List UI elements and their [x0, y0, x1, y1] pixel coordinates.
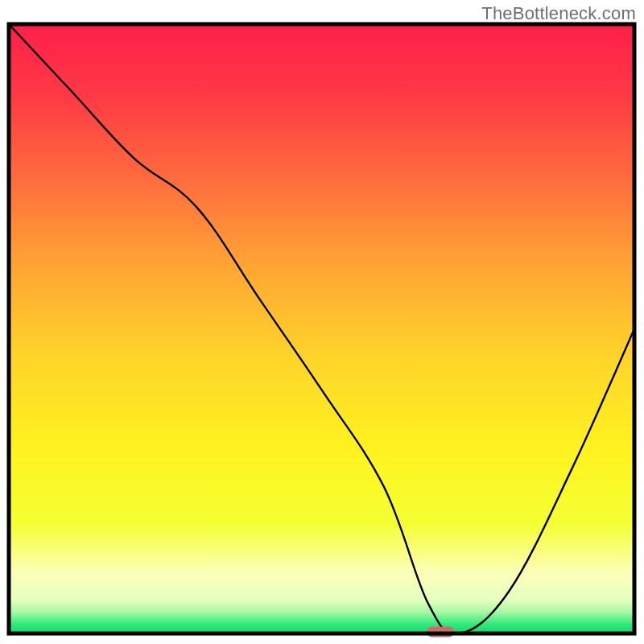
svg-rect-0 [9, 24, 634, 634]
watermark-text: TheBottleneck.com [481, 3, 636, 24]
bottleneck-chart [0, 0, 644, 644]
chart-container: { "watermark": "TheBottleneck.com", "cha… [0, 0, 644, 644]
